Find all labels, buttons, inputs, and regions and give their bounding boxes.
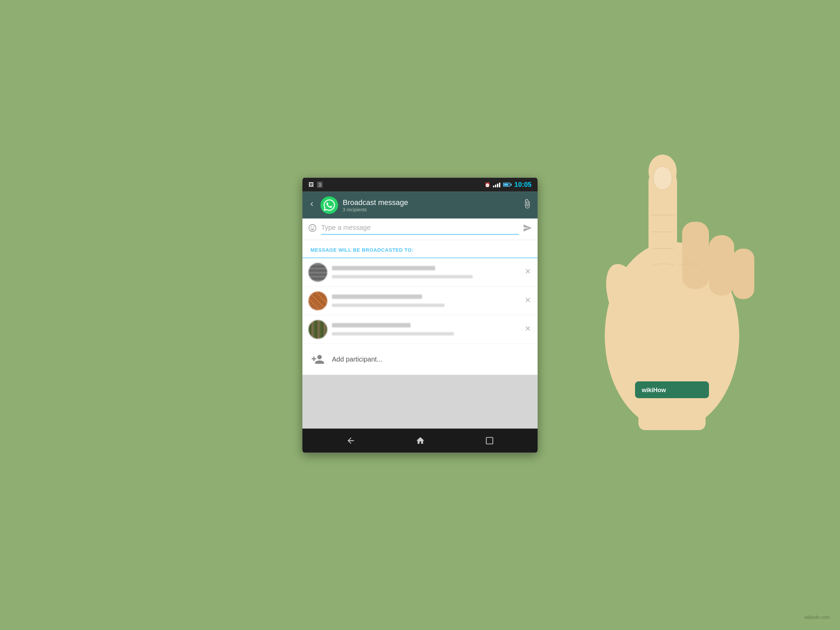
screenshot-icon: 3: [317, 182, 322, 188]
gallery-icon: 🖼: [308, 182, 314, 188]
add-participant-label: Add participant...: [332, 355, 382, 363]
toolbar-subtitle: 3 recipients: [343, 207, 518, 212]
phone-frame: 🖼 3 ⏰: [302, 177, 538, 453]
whatsapp-logo: [321, 196, 338, 214]
nav-back-button[interactable]: [346, 436, 355, 445]
toolbar: Broadcast message 3 recipients: [302, 191, 538, 218]
send-icon[interactable]: [523, 223, 532, 235]
toolbar-title-block: Broadcast message 3 recipients: [343, 198, 518, 212]
participant-item: [302, 315, 538, 344]
avatar: [308, 291, 327, 310]
message-input[interactable]: [321, 223, 519, 235]
participant-name-bar: [332, 323, 411, 328]
avatar: [308, 263, 327, 281]
participant-sub-bar: [332, 332, 454, 336]
remove-participant-button[interactable]: [524, 296, 532, 305]
status-bar-right: ⏰ 10:05: [485, 181, 532, 188]
participant-sub-bar: [332, 304, 445, 307]
nav-home-button[interactable]: [415, 436, 425, 445]
participant-info: [332, 295, 519, 307]
participant-sub-bar: [332, 275, 473, 278]
remove-participant-button[interactable]: [524, 267, 532, 277]
broadcast-header-text: MESSAGE WILL BE BROADCASTED TO:: [311, 246, 414, 252]
participant-list: Add participant...: [302, 258, 538, 375]
alarm-icon: ⏰: [485, 182, 490, 187]
paperclip-icon[interactable]: [522, 199, 532, 212]
battery-icon: [503, 182, 512, 186]
broadcast-area: MESSAGE WILL BE BROADCASTED TO:: [302, 240, 538, 375]
svg-rect-0: [486, 437, 493, 444]
status-time: 10:05: [515, 181, 532, 188]
participant-info: [332, 266, 519, 278]
watermark-text: wikixdn.com: [804, 614, 830, 620]
broadcast-header: MESSAGE WILL BE BROADCASTED TO:: [302, 240, 538, 258]
participant-name-bar: [332, 295, 422, 299]
add-participant-button[interactable]: Add participant...: [302, 344, 538, 375]
nav-recents-button[interactable]: [485, 436, 494, 445]
nav-bar: [302, 428, 538, 453]
remove-participant-button[interactable]: [524, 325, 532, 334]
watermark: wikixdn.com: [804, 614, 830, 620]
back-arrow-icon[interactable]: [308, 200, 316, 210]
participant-item: [302, 287, 538, 315]
status-bar-left: 🖼 3: [308, 182, 322, 188]
page-wrapper: 🖼 3 ⏰: [0, 0, 840, 630]
signal-icon: [493, 182, 500, 187]
participant-item: [302, 258, 538, 287]
message-input-wrapper: [321, 223, 519, 235]
toolbar-title: Broadcast message: [343, 198, 518, 207]
bottom-gray-area: [302, 375, 538, 428]
participant-name-bar: [332, 266, 435, 270]
message-area: [302, 218, 538, 240]
avatar: [308, 320, 327, 339]
emoji-icon[interactable]: [308, 223, 317, 235]
status-bar: 🖼 3 ⏰: [302, 177, 538, 191]
add-participant-icon: [308, 350, 327, 369]
participant-info: [332, 323, 519, 336]
